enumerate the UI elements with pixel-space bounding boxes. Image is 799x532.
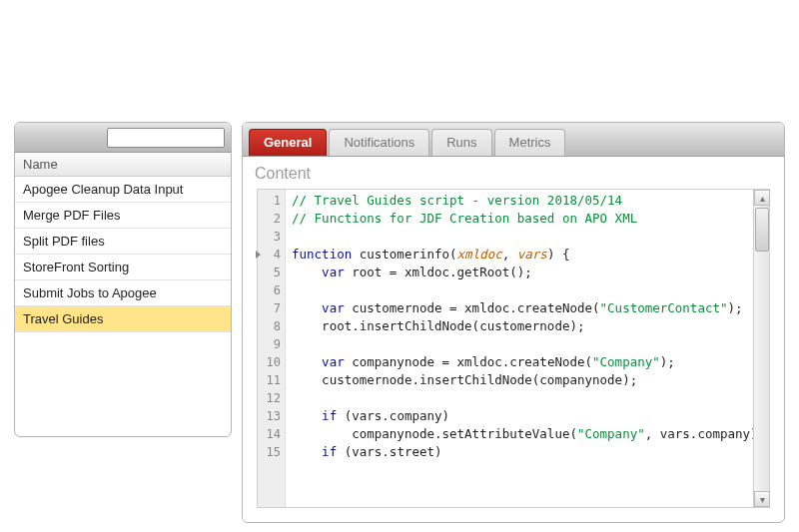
scroll-up-icon[interactable]: ▴: [754, 190, 770, 206]
scroll-down-icon[interactable]: ▾: [754, 491, 770, 507]
vertical-scrollbar[interactable]: ▴ ▾: [753, 190, 769, 507]
list-item[interactable]: Merge PDF Files: [15, 203, 231, 229]
code-editor[interactable]: 123456789101112131415 // Travel Guides s…: [257, 189, 770, 508]
tab-notifications[interactable]: Notifications: [329, 129, 429, 156]
list-item[interactable]: Apogee Cleanup Data Input: [15, 177, 231, 203]
tab-runs[interactable]: Runs: [431, 129, 491, 156]
list-item[interactable]: Travel Guides: [15, 306, 231, 332]
column-header-name[interactable]: Name: [15, 153, 231, 177]
section-title: Content: [243, 157, 784, 189]
editor-gutter: 123456789101112131415: [258, 190, 286, 507]
tab-general[interactable]: General: [249, 129, 327, 156]
list-item[interactable]: Submit Jobs to Apogee: [15, 280, 231, 306]
editor-code[interactable]: // Travel Guides script - version 2018/0…: [286, 190, 753, 507]
sidebar-header: [15, 123, 231, 153]
list-item[interactable]: StoreFront Sorting: [15, 255, 231, 280]
scroll-thumb[interactable]: [755, 208, 769, 252]
main-panel: GeneralNotificationsRunsMetrics Content …: [242, 122, 785, 523]
app-root: Name Apogee Cleanup Data InputMerge PDF …: [14, 122, 785, 523]
sidebar-list: Apogee Cleanup Data InputMerge PDF Files…: [15, 177, 231, 436]
sidebar: Name Apogee Cleanup Data InputMerge PDF …: [14, 122, 232, 437]
tab-metrics[interactable]: Metrics: [494, 129, 566, 156]
list-item[interactable]: Split PDF files: [15, 229, 231, 255]
search-input[interactable]: [107, 128, 225, 148]
tab-bar: GeneralNotificationsRunsMetrics: [243, 123, 784, 157]
